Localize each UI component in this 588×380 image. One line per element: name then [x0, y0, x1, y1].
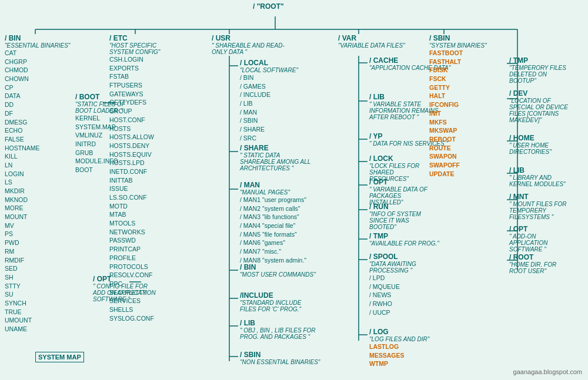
root-home-node: / ROOT "HOME DIR. FOR ROOT USER" [509, 253, 574, 274]
var-title: / VAR [338, 34, 405, 42]
usr-lib-desc: " OBJ , BIN , LIB FILES FOR PROG. AND PA… [240, 327, 316, 340]
var-tmp-node: / TMP "AVAILABLE FOR PROG." [369, 232, 439, 247]
boot-node: / BOOT "STATIC FILES OF BOOT LOADER ." K… [75, 93, 134, 174]
home-desc: " USER HOME DIRECTORIES" [509, 142, 588, 155]
usr-sbin-title: / SBIN [240, 351, 320, 359]
var-lock-title: / LOCK [369, 154, 434, 163]
bin-list: CATCHGRPCHMODCHOWNCP DATADDDFDMESGECHO F… [5, 49, 70, 334]
tmp-desc: "TEMPERORY FILES DELETED ON BOOTUP" [509, 65, 574, 84]
var-run-title: / RUN [369, 203, 434, 211]
sbin-title: / SBIN [429, 34, 487, 42]
usr-include-title: /INCLUDE [240, 291, 316, 300]
var-opt-title: / OPT [369, 178, 434, 186]
usr-desc: " SHAREABLE AND READ-ONLY DATA " [212, 42, 294, 55]
usr-node: / USR " SHAREABLE AND READ-ONLY DATA " [212, 34, 294, 55]
system-map-label: SYSTEM MAP [35, 352, 84, 362]
root-home-title: / ROOT [509, 253, 574, 261]
page: / "ROOT" / BIN "ESSENTIAL BINARIES" CATC… [0, 0, 588, 380]
var-node: / VAR "VARIABLE DATA FILES" [338, 34, 405, 49]
usr-local-list: / BIN/ GAMES/ INCLUDE/ LIB / MAN/ SBIN/ … [240, 73, 298, 143]
lib-desc: " LIBRARY AND KERNEL MODULES" [509, 174, 574, 187]
opt-title: / OPT [509, 225, 574, 233]
usr-local-node: / LOCAL "LOCAL SOFTWARE" / BIN/ GAMES/ I… [240, 59, 298, 143]
boot-list: KERNELSYSTEM.MAPVMLINUZINITRD GRUBMODULE… [75, 114, 134, 174]
mnt-desc: " MOUNT FILES FOR TEMPORERY FILESYSTEMS … [509, 201, 574, 220]
bin-node: / BIN "ESSENTIAL BINARIES" CATCHGRPCHMOD… [5, 34, 70, 334]
tmp-title: / TMP [509, 56, 574, 65]
home-node: / HOME " USER HOME DIRECTORIES" [509, 134, 588, 155]
boot-title: / BOOT [75, 93, 134, 101]
sbin-desc: "SYSTEM BINARIES" [429, 42, 487, 49]
sbin-node: / SBIN "SYSTEM BINARIES" FASTBOOT FASTHA… [429, 34, 487, 178]
usr-share-title: / SHARE [240, 144, 316, 152]
var-desc: "VARIABLE DATA FILES" [338, 42, 405, 49]
usr-title: / USR [212, 34, 294, 42]
dev-node: / DEV "LOCATION OF SPECIAL OR DEVICE FIL… [509, 89, 577, 123]
var-spool-desc: "DATA AWAITING PROCESSING " [369, 261, 428, 274]
usr-share-desc: " STATIC DATA SHAREABLE AMONG ALL ARCHIT… [240, 152, 316, 171]
usr-man-node: / MAN "MANUAL PAGES" / MAN1 "user progra… [240, 181, 306, 265]
bin-desc: "ESSENTIAL BINARIES" [5, 42, 70, 49]
var-log-title: / LOG [369, 328, 429, 336]
bin-title: / BIN [5, 34, 70, 42]
etc-title: / ETC [109, 34, 180, 42]
usr-man-title: / MAN [240, 181, 306, 189]
usr-local-desc: "LOCAL SOFTWARE" [240, 67, 298, 73]
var-spool-list: / LPD / MQUEUE / NEWS / RWHO / UUCP [369, 274, 428, 317]
opt-node: / OPT " ADD-ON APPLICATION SOFTWARE " [509, 225, 574, 253]
mnt-node: / MNT " MOUNT FILES FOR TEMPORERY FILESY… [509, 193, 574, 220]
dev-title: / DEV [509, 89, 577, 97]
usr-share-node: / SHARE " STATIC DATA SHAREABLE AMONG AL… [240, 144, 316, 171]
usr-man-desc: "MANUAL PAGES" [240, 189, 306, 196]
home-title: / HOME [509, 134, 588, 142]
tmp-node: / TMP "TEMPERORY FILES DELETED ON BOOTUP… [509, 56, 574, 84]
boot-desc: "STATIC FILES OF BOOT LOADER ." [75, 101, 134, 114]
usr-sbin-desc: "NON ESSENTIAL BINARIES" [240, 359, 320, 365]
usr-lib-node: / LIB " OBJ , BIN , LIB FILES FOR PROG. … [240, 319, 316, 340]
var-tmp-title: / TMP [369, 232, 439, 240]
lib-node: / LIB " LIBRARY AND KERNEL MODULES" [509, 166, 574, 187]
var-run-node: / RUN "INFO OF SYSTEM SINCE IT WAS BOOTE… [369, 203, 434, 230]
var-spool-node: / SPOOL "DATA AWAITING PROCESSING " / LP… [369, 253, 428, 317]
opt-etc-title: / OPT [93, 275, 158, 283]
usr-include-node: /INCLUDE "STANDARD INCLUDE FILES FOR 'C'… [240, 291, 316, 312]
var-spool-title: / SPOOL [369, 253, 428, 261]
etc-desc: "HOST SPECIFIC SYSTEM CONFIG" [109, 42, 180, 55]
usr-include-desc: "STANDARD INCLUDE FILES FOR 'C' PROG." [240, 300, 316, 312]
usr-sbin-node: / SBIN "NON ESSENTIAL BINARIES" [240, 351, 320, 365]
usr-bin-title: / BIN [240, 263, 316, 271]
usr-bin-node: / BIN "MOST USER COMMANDS" [240, 263, 316, 278]
opt-etc-desc: " CONFIG FILE FOR ADD ON APPLICATION SOF… [93, 283, 158, 302]
usr-lib-title: / LIB [240, 319, 316, 327]
var-tmp-desc: "AVAILABLE FOR PROG." [369, 240, 439, 247]
var-opt-node: / OPT " VARIABLE DATA OF PACKAGES INSTAL… [369, 178, 434, 206]
opt-desc: " ADD-ON APPLICATION SOFTWARE " [509, 233, 574, 253]
var-log-list: LASTLOG MESSAGES WTMP [369, 342, 429, 368]
root-home-desc: "HOME DIR. FOR ROOT USER" [509, 261, 574, 274]
lib-title: / LIB [509, 166, 574, 174]
opt-etc-node: / OPT " CONFIG FILE FOR ADD ON APPLICATI… [93, 275, 158, 302]
usr-local-title: / LOCAL [240, 59, 298, 67]
usr-man-list: / MAN1 "user programs" / MAN2 "system ca… [240, 196, 306, 265]
var-log-node: / LOG "LOG FILES AND DIR" LASTLOG MESSAG… [369, 328, 429, 368]
var-log-desc: "LOG FILES AND DIR" [369, 336, 429, 342]
dev-desc: "LOCATION OF SPECIAL OR DEVICE FILES [CO… [509, 97, 577, 123]
root-title: / "ROOT" [253, 2, 284, 11]
root-node: / "ROOT" [253, 2, 284, 11]
sbin-list: FASTBOOT FASTHALT FDISK FSCK GETTY HALT … [429, 49, 487, 178]
mnt-title: / MNT [509, 193, 574, 201]
usr-bin-desc: "MOST USER COMMANDS" [240, 271, 316, 278]
var-run-desc: "INFO OF SYSTEM SINCE IT WAS BOOTED" [369, 211, 434, 230]
watermark: gaanagaa.blogspot.com [513, 368, 582, 375]
